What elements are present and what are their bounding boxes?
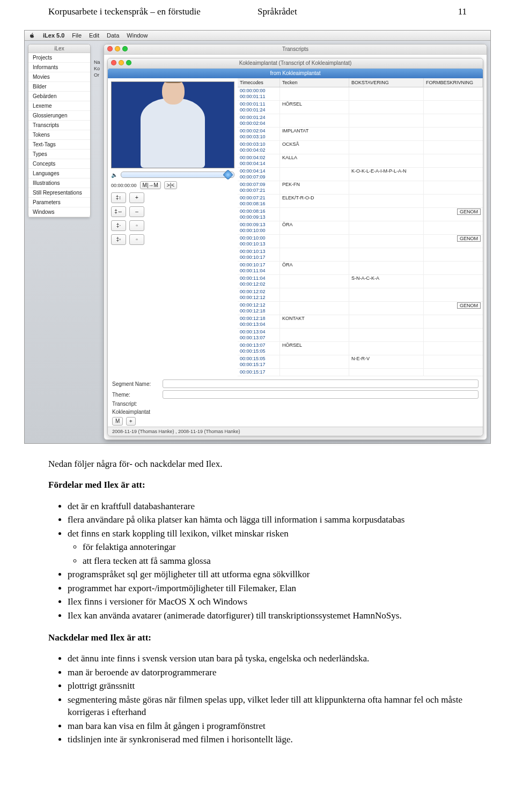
tecken-cell[interactable]: ÖRA bbox=[280, 262, 349, 274]
tecken-cell[interactable] bbox=[280, 302, 349, 315]
col-tecken[interactable]: Tecken bbox=[280, 78, 349, 87]
formbeskrivning-cell[interactable] bbox=[424, 342, 483, 355]
video-frame[interactable] bbox=[111, 81, 234, 168]
formbeskrivning-cell[interactable] bbox=[424, 275, 483, 288]
annotation-row[interactable]: 00:00:10:0000:00:10:13GENOM bbox=[238, 235, 483, 248]
formbeskrivning-cell[interactable]: GENOM bbox=[424, 235, 483, 248]
bokstavering-cell[interactable] bbox=[349, 288, 424, 301]
sidebar-item-stillrep[interactable]: Still Representations bbox=[28, 188, 90, 198]
bokstavering-cell[interactable] bbox=[349, 114, 424, 127]
bokstavering-cell[interactable] bbox=[349, 154, 424, 167]
bokstavering-cell[interactable] bbox=[349, 87, 424, 100]
tecken-cell[interactable]: HÖRSEL bbox=[280, 101, 349, 114]
tecken-cell[interactable] bbox=[280, 329, 349, 341]
bokstavering-cell[interactable] bbox=[349, 315, 424, 328]
minimize-icon[interactable] bbox=[115, 46, 120, 51]
sidebar-item-tokens[interactable]: Tokens bbox=[28, 130, 90, 140]
bokstavering-cell[interactable] bbox=[349, 302, 424, 315]
zoom-icon[interactable] bbox=[122, 46, 128, 51]
annotation-row[interactable]: 00:00:01:2400:00:02:04 bbox=[238, 114, 483, 128]
transcripts-window-titlebar[interactable]: Transcripts bbox=[104, 44, 487, 55]
formbeskrivning-cell[interactable] bbox=[424, 315, 483, 328]
tool-button[interactable]: ‡· bbox=[111, 220, 126, 231]
annotation-row[interactable]: 00:00:13:0700:00:15:05HÖRSEL bbox=[238, 342, 483, 355]
annotation-row[interactable]: 00:00:07:0900:00:07:21PEK-FN bbox=[238, 181, 483, 195]
tecken-cell[interactable]: HÖRSEL bbox=[280, 342, 349, 355]
annotation-row[interactable]: 00:00:15:0500:00:15:17N-E-R-V bbox=[238, 355, 483, 369]
menu-window[interactable]: Window bbox=[127, 32, 148, 39]
annotation-row[interactable]: 00:00:02:0400:00:03:10IMPLANTAT bbox=[238, 128, 483, 141]
transcript-detail-titlebar[interactable]: Kokleaimplantat (Transcript of Kokleaimp… bbox=[108, 58, 483, 69]
tecken-cell[interactable] bbox=[280, 288, 349, 301]
tecken-cell[interactable]: IMPLANTAT bbox=[280, 128, 349, 140]
col-timecodes[interactable]: Timecodes bbox=[238, 78, 280, 87]
bokstavering-cell[interactable] bbox=[349, 369, 424, 376]
formbeskrivning-cell[interactable] bbox=[424, 141, 483, 154]
formbeskrivning-cell[interactable] bbox=[424, 181, 483, 194]
annotation-row[interactable]: 00:00:09:1300:00:10:00ÖRA bbox=[238, 221, 483, 235]
sidebar-item-windows[interactable]: Windows bbox=[28, 207, 90, 217]
bokstavering-cell[interactable] bbox=[349, 262, 424, 274]
bokstavering-cell[interactable] bbox=[349, 329, 424, 341]
speaker-icon[interactable]: 🔈 bbox=[111, 172, 117, 178]
sidebar-item-parameters[interactable]: Parameters bbox=[28, 198, 90, 207]
bokstavering-cell[interactable] bbox=[349, 101, 424, 114]
bokstavering-cell[interactable]: K-O-K-L-E-A-I-M-P-L-A-N bbox=[349, 168, 424, 181]
bokstavering-cell[interactable]: N-E-R-V bbox=[349, 355, 424, 368]
sidebar-item-gebarden[interactable]: Gebärden bbox=[28, 92, 90, 101]
window-controls[interactable] bbox=[111, 60, 131, 65]
formbeskrivning-cell[interactable] bbox=[424, 288, 483, 301]
sidebar-item-illustrations[interactable]: Illustrations bbox=[28, 178, 90, 188]
bokstavering-cell[interactable] bbox=[349, 248, 424, 261]
tool-button[interactable]: ▫ bbox=[129, 234, 144, 245]
annotation-row[interactable]: 00:00:12:0200:00:12:12 bbox=[238, 288, 483, 302]
bokstavering-cell[interactable] bbox=[349, 208, 424, 221]
annotation-row[interactable]: 00:00:07:2100:00:08:16ELEK/T-R-O-D bbox=[238, 195, 483, 208]
play-range-button[interactable]: >|< bbox=[164, 181, 177, 189]
close-icon[interactable] bbox=[111, 60, 116, 65]
bokstavering-cell[interactable] bbox=[349, 195, 424, 207]
formbeskrivning-cell[interactable] bbox=[424, 262, 483, 274]
annotation-row[interactable]: 00:00:15:17 bbox=[238, 369, 483, 376]
tecken-cell[interactable] bbox=[280, 168, 349, 181]
annotation-row[interactable]: 00:00:01:1100:00:01:24HÖRSEL bbox=[238, 101, 483, 114]
sidebar-item-transcripts[interactable]: Transcripts bbox=[28, 121, 90, 130]
formbeskrivning-cell[interactable]: GENOM bbox=[424, 208, 483, 221]
tecken-cell[interactable]: OCKSÅ bbox=[280, 141, 349, 154]
app-title[interactable]: iLex 5.0 bbox=[43, 32, 64, 39]
tecken-cell[interactable]: ÖRA bbox=[280, 221, 349, 234]
formbeskrivning-cell[interactable] bbox=[424, 329, 483, 341]
tool-button[interactable]: ‡↕ bbox=[111, 192, 126, 203]
sidebar-item-projects[interactable]: Projects bbox=[28, 53, 90, 63]
theme-input[interactable] bbox=[163, 390, 479, 399]
bokstavering-cell[interactable] bbox=[349, 221, 424, 234]
minimize-icon[interactable] bbox=[119, 60, 124, 65]
menu-data[interactable]: Data bbox=[107, 32, 119, 39]
annotation-row[interactable]: 00:00:12:1800:00:13:04KONTAKT bbox=[238, 315, 483, 329]
bokstavering-cell[interactable] bbox=[349, 128, 424, 140]
formbeskrivning-cell[interactable] bbox=[424, 101, 483, 114]
tecken-cell[interactable] bbox=[280, 114, 349, 127]
formbeskrivning-cell[interactable]: GENOM bbox=[424, 302, 483, 315]
tool-button[interactable]: ‡↔ bbox=[111, 206, 126, 217]
bokstavering-cell[interactable] bbox=[349, 181, 424, 194]
tool-button[interactable]: ▫ bbox=[129, 220, 144, 231]
tool-button[interactable]: + bbox=[129, 192, 144, 203]
tecken-cell[interactable] bbox=[280, 87, 349, 100]
formbeskrivning-cell[interactable] bbox=[424, 128, 483, 140]
annotation-row[interactable]: 00:00:12:1200:00:12:18GENOM bbox=[238, 302, 483, 315]
formbeskrivning-cell[interactable] bbox=[424, 355, 483, 368]
annotation-row[interactable]: 00:00:08:1600:00:09:13GENOM bbox=[238, 208, 483, 221]
zoom-icon[interactable] bbox=[126, 60, 131, 65]
tecken-cell[interactable] bbox=[280, 235, 349, 248]
menu-file[interactable]: File bbox=[72, 32, 82, 39]
annotation-row[interactable]: 00:00:04:1400:00:07:09K-O-K-L-E-A-I-M-P-… bbox=[238, 168, 483, 181]
bokstavering-cell[interactable]: S-N-A-C-K-A bbox=[349, 275, 424, 288]
formbeskrivning-cell[interactable] bbox=[424, 168, 483, 181]
annotation-row[interactable]: 00:00:10:1300:00:10:17 bbox=[238, 248, 483, 262]
formbeskrivning-cell[interactable] bbox=[424, 87, 483, 100]
sidebar-item-types[interactable]: Types bbox=[28, 150, 90, 159]
annotation-row[interactable]: 00:00:04:0200:00:04:14KALLA bbox=[238, 154, 483, 168]
menu-edit[interactable]: Edit bbox=[89, 32, 99, 39]
window-controls[interactable] bbox=[107, 46, 128, 51]
